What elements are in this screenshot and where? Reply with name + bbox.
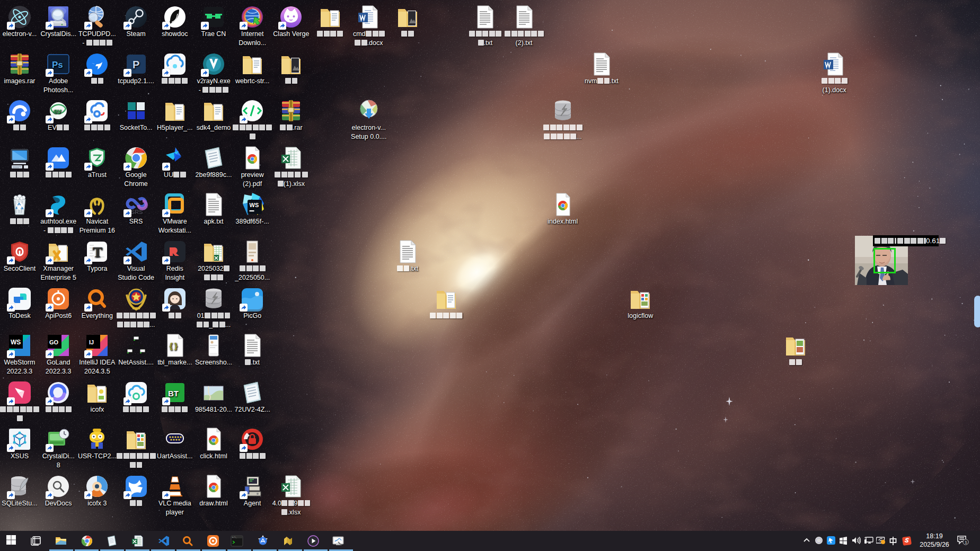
svg-text:BT: BT [168,389,179,398]
svg-text:WS: WS [11,339,21,346]
svg-text:1: 1 [965,540,967,545]
svg-text:GO: GO [49,339,59,345]
svg-text:Ps: Ps [52,60,63,70]
svg-text:WS: WS [250,202,259,208]
svg-text:P: P [133,59,139,70]
svg-text:ev: ev [54,107,61,115]
svg-text:T: T [93,244,102,260]
svg-text:C:\_: C:\_ [232,536,237,538]
svg-text:IJ: IJ [89,339,94,345]
svg-text:{ }: { } [170,342,178,350]
svg-text:SRS: SRS [131,209,143,215]
